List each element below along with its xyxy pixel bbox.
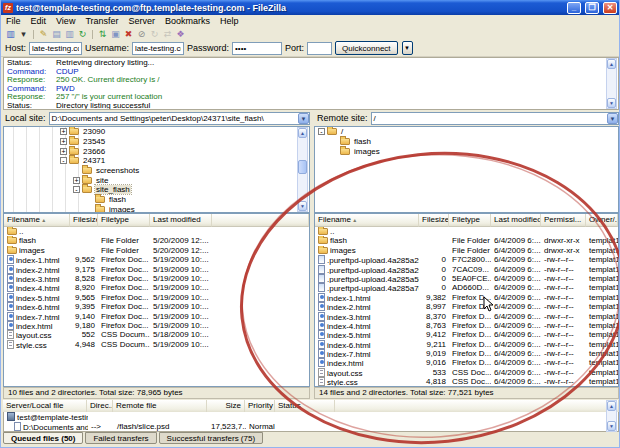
column-header-owner[interactable]: Owner/...	[586, 214, 618, 227]
scrollbar-thumb[interactable]	[298, 160, 307, 174]
local-site-combobox[interactable]: D:\Documents and Settings\peter\Desktop\…	[49, 112, 310, 125]
menu-item[interactable]: Edit	[26, 15, 52, 28]
queue-row[interactable]: D:\Documents and S... --> /flash/slice.p…	[4, 422, 618, 432]
scroll-up-icon[interactable]: ▲	[607, 59, 616, 69]
file-row[interactable]: index-7.html 9,140 Firefox Doc... 5/19/2…	[4, 312, 309, 321]
port-input[interactable]	[307, 42, 332, 55]
file-row[interactable]: .pureftpd-upload.4a285a5b.... 0 5EA0FCE.…	[315, 274, 618, 283]
menu-item[interactable]: Bookmarks	[160, 15, 215, 28]
menu-item[interactable]: View	[51, 15, 80, 28]
toolbar-icon[interactable]: ▥	[63, 29, 76, 40]
menu-item[interactable]: Server	[124, 15, 161, 28]
maximize-button[interactable]: ❐	[585, 2, 599, 14]
tree-item[interactable]: images	[315, 146, 618, 156]
menu-item[interactable]: Transfer	[80, 15, 123, 28]
toolbar-icon[interactable]: ❖	[174, 29, 187, 40]
file-row[interactable]: index.html 9,180 Firefox Doc... 5/19/200…	[4, 321, 309, 330]
file-row[interactable]: flash File Folder 5/20/2009 12:...	[4, 236, 309, 245]
file-row[interactable]: index-1.html 9,562 Firefox Doc... 5/19/2…	[4, 255, 309, 264]
tree-item[interactable]: flash	[315, 137, 618, 147]
file-row[interactable]: ..	[315, 227, 618, 236]
tree-item[interactable]: + 23545	[4, 137, 309, 147]
toolbar-icon[interactable]: ↻	[76, 29, 89, 40]
toolbar-icon[interactable]: ⇅	[96, 29, 109, 40]
file-row[interactable]: index-1.html 9,382 Firefox D... 6/4/2009…	[315, 293, 618, 302]
toolbar-icon[interactable]: ✎	[37, 29, 50, 40]
toolbar-icon[interactable]: ▥	[4, 29, 17, 40]
tree-item[interactable]: + 23090	[4, 127, 309, 137]
tree-item[interactable]: - site_flash	[4, 185, 309, 195]
log-scrollbar[interactable]: ▲ ▼	[606, 58, 617, 109]
queue-tab[interactable]: Failed transfers	[85, 432, 156, 444]
password-input[interactable]	[232, 42, 282, 55]
toolbar-icon[interactable]: ▣	[109, 29, 122, 40]
quickconnect-button[interactable]: Quickconnect	[335, 41, 397, 55]
tree-item[interactable]: - /	[315, 127, 618, 137]
queue-row[interactable]: test@template-testing....	[4, 412, 618, 422]
column-header-modified[interactable]: Last modified	[491, 214, 541, 227]
remote-site-combobox[interactable]: / ▼	[371, 112, 619, 125]
tree-item[interactable]: - 24371	[4, 156, 309, 166]
file-row[interactable]: images File Folder 5/20/2009 12:...	[4, 246, 309, 255]
username-input[interactable]	[132, 42, 184, 55]
queue-tab[interactable]: Successful transfers (75)	[159, 432, 263, 444]
file-row[interactable]: index-6.html 9,211 Firefox D... 6/4/2009…	[315, 340, 618, 349]
title-bar[interactable]: fz test@template-testing.com@ftp.templat…	[1, 0, 619, 15]
file-row[interactable]: .pureftpd-upload.4a285a70.... 0 AD660D..…	[315, 283, 618, 292]
column-header-filename[interactable]: Filename ▴	[315, 214, 419, 227]
file-row[interactable]: layout.css 552 CSS Docum... 5/18/2009 10…	[4, 330, 309, 339]
close-button[interactable]: ✕	[603, 2, 617, 14]
expander-icon[interactable]: +	[60, 138, 67, 145]
column-header-filetype[interactable]: Filetype	[98, 214, 150, 227]
file-row[interactable]: images File Folder 6/4/2009 6:... drwxr-…	[315, 246, 618, 255]
file-row[interactable]: style.css 4,818 CSS Doc... 6/4/2009 6:..…	[315, 377, 618, 386]
toolbar-icon[interactable]: ▾	[17, 29, 30, 40]
queue-tab[interactable]: Queued files (50)	[3, 432, 83, 444]
expander-icon[interactable]: -	[318, 128, 325, 135]
toolbar-icon[interactable]	[33, 30, 34, 39]
chevron-down-icon[interactable]: ▼	[298, 113, 309, 124]
column-header-filesize[interactable]: Filesize	[70, 214, 98, 227]
file-row[interactable]: index-3.html 8,370 Firefox D... 6/4/2009…	[315, 312, 618, 321]
tree-item[interactable]: + 23666	[4, 146, 309, 156]
column-header-permissions[interactable]: Permissi...	[541, 214, 586, 227]
chevron-down-icon[interactable]: ▼	[607, 113, 618, 124]
toolbar-icon[interactable]: ⇄	[161, 29, 174, 40]
file-row[interactable]: index-5.html 9,412 Firefox D... 6/4/2009…	[315, 330, 618, 339]
file-row[interactable]: style.css 4,948 CSS Docum... 5/19/2009 1…	[4, 340, 309, 349]
file-row[interactable]: flash File Folder 6/4/2009 6:... drwxr-x…	[315, 236, 618, 245]
quickconnect-dropdown-icon[interactable]: ▼	[402, 41, 413, 55]
file-row[interactable]: layout.css 533 CSS Doc... 6/4/2009 6:...…	[315, 368, 618, 377]
file-row[interactable]: index-4.html 8,920 Firefox Doc... 5/19/2…	[4, 283, 309, 292]
file-row[interactable]: index-2.html 8,997 Firefox D... 6/4/2009…	[315, 302, 618, 311]
expander-icon[interactable]: +	[60, 148, 67, 155]
column-header-filesize[interactable]: Filesize	[419, 214, 449, 227]
file-row[interactable]: .pureftpd-upload.4a285a2f.1... 0 F7C2800…	[315, 255, 618, 264]
column-header-filetype[interactable]: Filetype	[449, 214, 491, 227]
file-row[interactable]: index-4.html 8,763 Firefox D... 6/4/2009…	[315, 321, 618, 330]
toolbar-icon[interactable]: ⊘	[135, 29, 148, 40]
tree-item[interactable]: images	[4, 205, 309, 214]
scroll-up-icon[interactable]: ▲	[298, 128, 307, 138]
queue-scrollbar[interactable]: ▲ ▼	[606, 400, 617, 432]
column-header-filename[interactable]: Filename ▴	[4, 214, 70, 227]
menu-item[interactable]: Help	[215, 15, 244, 28]
column-header-modified[interactable]: Last modified	[150, 214, 212, 227]
file-row[interactable]: index-7.html 9,019 Firefox D... 6/4/2009…	[315, 349, 618, 358]
file-row[interactable]: index-6.html 9,395 Firefox Doc... 5/19/2…	[4, 302, 309, 311]
tree-item[interactable]: + site	[4, 175, 309, 185]
file-row[interactable]: index-5.html 9,565 Firefox Doc... 5/19/2…	[4, 293, 309, 302]
tree-item[interactable]: screenshots	[4, 166, 309, 176]
toolbar-icon[interactable]: ✖	[122, 29, 135, 40]
toolbar-icon[interactable]: ↻	[148, 29, 161, 40]
local-tree-scrollbar[interactable]: ▲ ▼	[297, 127, 308, 212]
tree-item[interactable]: flash	[4, 195, 309, 205]
expander-icon[interactable]: -	[60, 157, 67, 164]
file-row[interactable]: .pureftpd-upload.4a285a2f.1... 0 7CAC09.…	[315, 265, 618, 274]
scroll-down-icon[interactable]: ▼	[607, 98, 616, 108]
menu-item[interactable]: File	[1, 15, 26, 28]
file-row[interactable]: index-3.html 8,528 Firefox Doc... 5/19/2…	[4, 274, 309, 283]
toolbar-icon[interactable]: ▤	[50, 29, 63, 40]
minimize-button[interactable]: _	[567, 2, 581, 14]
file-row[interactable]: ..	[4, 227, 309, 236]
